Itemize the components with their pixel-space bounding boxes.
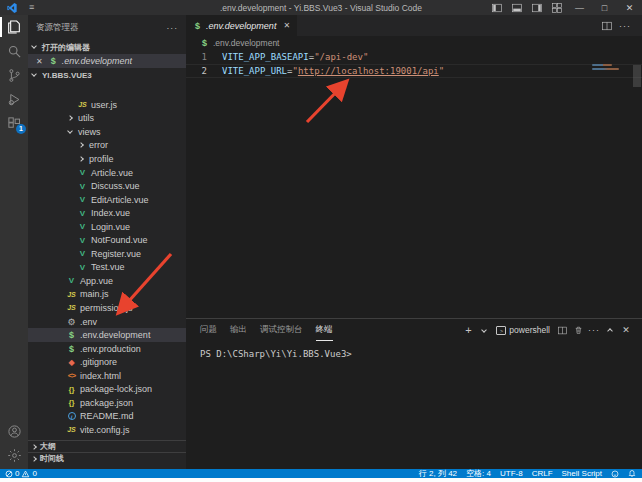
maximize-button[interactable]: □ — [592, 0, 617, 15]
code-line-2-current: 2 VITE_APP_URL="http://localhost:19001/a… — [186, 64, 642, 78]
tree-file-main.js[interactable]: JS main.js — [28, 288, 186, 302]
indentation[interactable]: 空格: 4 — [466, 468, 491, 479]
notifications-bell-icon[interactable] — [628, 469, 636, 478]
explorer-icon[interactable] — [0, 15, 28, 39]
code-editor[interactable]: 1 VITE_APP_BASEAPI="/api-dev" 2 VITE_APP… — [186, 50, 642, 318]
extensions-icon[interactable]: 1 — [0, 111, 28, 135]
tree-file-index.html[interactable]: <> index.html — [28, 369, 186, 383]
project-root-section[interactable]: YI.BBS.VUE3 — [28, 68, 186, 82]
menu-hamburger-icon[interactable]: ≡ — [29, 3, 34, 12]
vue-icon: V — [77, 236, 88, 245]
tab-label: .env.development — [206, 21, 276, 31]
extensions-badge: 1 — [16, 124, 26, 134]
file-tree: JS user.js utils views error profile — [28, 98, 186, 437]
tree-folder-error[interactable]: error — [28, 139, 186, 153]
tab-env-development[interactable]: $ .env.development ✕ — [186, 15, 297, 36]
line-number: 1 — [186, 52, 207, 62]
tree-file-Index.vue[interactable]: V Index.vue — [28, 206, 186, 220]
sidebar-more-icon[interactable]: ··· — [167, 23, 179, 33]
tree-folder-profile[interactable]: profile — [28, 152, 186, 166]
terminal-shell-picker[interactable]: > powershell — [496, 325, 550, 335]
tree-file-NotFound.vue[interactable]: V NotFound.vue — [28, 233, 186, 247]
tree-file-.env.development[interactable]: $ .env.development — [28, 328, 186, 342]
tab-terminal[interactable]: 终端 — [316, 319, 333, 341]
vue-icon: V — [66, 276, 77, 285]
panel-more-icon[interactable]: ··· — [586, 322, 602, 338]
tree-file-Article.vue[interactable]: V Article.vue — [28, 166, 186, 180]
tree-file-package-lock.json[interactable]: {} package-lock.json — [28, 382, 186, 396]
html-icon: <> — [66, 371, 77, 380]
tree-file-Discuss.vue[interactable]: V Discuss.vue — [28, 179, 186, 193]
tree-folder-utils[interactable]: utils — [28, 112, 186, 126]
vscode-window: ≡ .env.development - Yi.BBS.Vue3 - Visua… — [0, 0, 642, 482]
run-debug-icon[interactable] — [0, 87, 28, 111]
vue-icon: V — [77, 263, 88, 272]
problems-status[interactable]: 0 0 — [5, 469, 37, 478]
editor-more-icon[interactable]: ··· — [616, 18, 634, 33]
vue-icon: V — [77, 195, 88, 204]
bottom-panel: 问题 输出 调试控制台 终端 + > powershell — [186, 318, 642, 469]
gear-icon: ⚙ — [66, 317, 77, 327]
tree-folder-views[interactable]: views — [28, 125, 186, 139]
vscode-logo-icon — [7, 3, 17, 13]
terminal-output[interactable]: PS D:\CSharp\Yi\Yi.BBS.Vue3> — [186, 341, 642, 359]
breadcrumb[interactable]: $ .env.development — [186, 36, 642, 50]
tree-file-permission.js[interactable]: JS permission.js — [28, 301, 186, 315]
tree-file-Login.vue[interactable]: V Login.vue — [28, 220, 186, 234]
eol-sequence[interactable]: CRLF — [532, 469, 553, 478]
tab-problems[interactable]: 问题 — [200, 319, 217, 341]
source-control-icon[interactable] — [0, 63, 28, 87]
tree-file-.gitignore[interactable]: ◆ .gitignore — [28, 355, 186, 369]
tree-file-EditArticle.vue[interactable]: V EditArticle.vue — [28, 193, 186, 207]
terminal-dropdown-icon[interactable] — [476, 322, 492, 338]
tree-file-vite.config.js[interactable]: JS vite.config.js — [28, 423, 186, 437]
tab-output[interactable]: 输出 — [230, 319, 247, 341]
close-icon[interactable]: ✕ — [36, 57, 43, 66]
minimize-button[interactable]: — — [567, 0, 592, 15]
kill-terminal-trash-icon[interactable] — [570, 322, 586, 338]
editor-group: $ .env.development ✕ ··· $ .env.developm… — [186, 15, 642, 469]
split-terminal-icon[interactable] — [554, 322, 570, 338]
new-terminal-icon[interactable]: + — [460, 322, 476, 338]
feedback-smiley-icon[interactable] — [611, 470, 619, 478]
toggle-panel-icon[interactable] — [507, 0, 527, 15]
terminal-icon: > — [496, 326, 506, 335]
split-editor-icon[interactable] — [598, 18, 616, 33]
timeline-section[interactable]: 时间线 — [28, 452, 186, 464]
language-mode[interactable]: Shell Script — [562, 469, 602, 478]
settings-gear-icon[interactable] — [0, 443, 28, 467]
open-editor-item[interactable]: ✕ $ .env.development — [28, 54, 186, 68]
account-icon[interactable] — [0, 419, 28, 443]
tree-file-Test.vue[interactable]: V Test.vue — [28, 261, 186, 275]
js-icon: JS — [66, 426, 77, 433]
search-icon[interactable] — [0, 39, 28, 63]
minimap[interactable] — [592, 64, 630, 72]
toggle-secondary-sidebar-icon[interactable] — [527, 0, 547, 15]
editor-scrollbar[interactable] — [633, 65, 641, 87]
tree-file-README.md[interactable]: i README.md — [28, 410, 186, 424]
shellscript-icon: $ — [48, 56, 59, 66]
close-panel-icon[interactable]: ✕ — [618, 322, 634, 338]
tree-file-package.json[interactable]: {} package.json — [28, 396, 186, 410]
title-bar: ≡ .env.development - Yi.BBS.Vue3 - Visua… — [0, 0, 642, 15]
js-icon: JS — [66, 291, 77, 298]
chevron-right-icon — [31, 456, 37, 462]
chevron-right-icon — [67, 115, 73, 121]
tree-file-.env.production[interactable]: $ .env.production — [28, 342, 186, 356]
toggle-sidebar-icon[interactable] — [487, 0, 507, 15]
tab-debug-console[interactable]: 调试控制台 — [260, 319, 303, 341]
maximize-panel-icon[interactable] — [602, 322, 618, 338]
customize-layout-icon[interactable] — [547, 0, 567, 15]
url-link[interactable]: http://localhost:19001/api — [298, 66, 439, 76]
close-button[interactable]: ✕ — [617, 0, 642, 15]
cursor-position[interactable]: 行 2, 列 42 — [419, 468, 457, 479]
open-editors-section[interactable]: 打开的编辑器 — [28, 40, 186, 54]
tree-file-Register.vue[interactable]: V Register.vue — [28, 247, 186, 261]
outline-section[interactable]: 大纲 — [28, 440, 186, 452]
tree-file-App.vue[interactable]: V App.vue — [28, 274, 186, 288]
vue-icon: V — [77, 182, 88, 191]
tree-file-.env[interactable]: ⚙ .env — [28, 315, 186, 329]
tab-close-icon[interactable]: ✕ — [283, 21, 290, 30]
encoding[interactable]: UTF-8 — [500, 469, 523, 478]
tree-file-user.js[interactable]: JS user.js — [28, 98, 186, 112]
